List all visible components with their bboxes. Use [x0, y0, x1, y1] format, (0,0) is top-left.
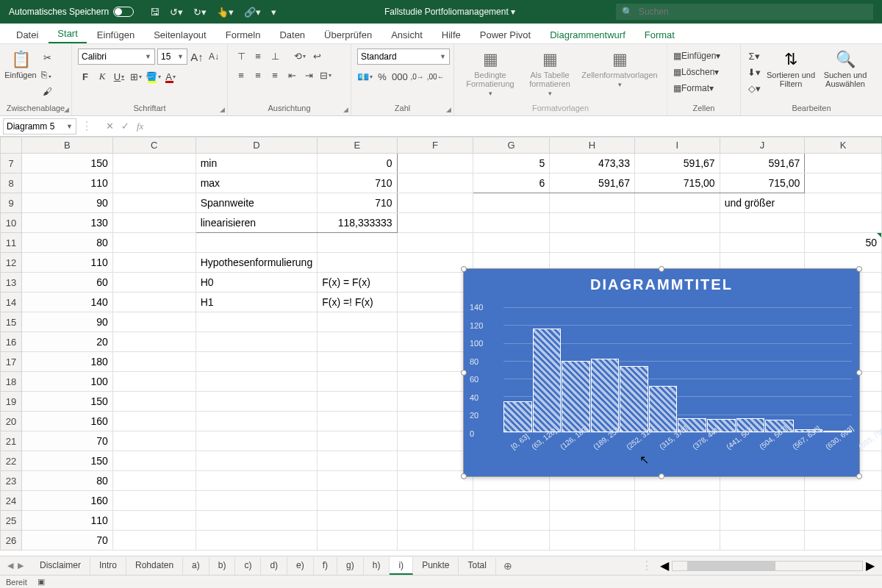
cell-J25[interactable] [720, 511, 805, 531]
cell-H11[interactable] [550, 233, 635, 253]
chart-bar[interactable] [649, 386, 678, 432]
cell-E25[interactable] [318, 511, 397, 531]
cell-E19[interactable] [318, 392, 397, 412]
fill-icon[interactable]: ⬇▾ [747, 65, 761, 79]
cell-C19[interactable] [112, 392, 196, 412]
fx-icon[interactable]: fx [137, 121, 143, 132]
cell-C11[interactable] [112, 233, 196, 253]
sheet-tab-d[interactable]: d) [261, 557, 287, 575]
cell-B22[interactable]: 150 [22, 451, 113, 471]
cell-B24[interactable]: 160 [22, 491, 113, 511]
cell-F21[interactable] [397, 431, 473, 451]
row-header[interactable]: 26 [1, 531, 22, 551]
orientation-icon[interactable]: ⟲▾ [293, 49, 307, 63]
align-right-icon[interactable]: ≡ [268, 68, 282, 82]
touch-mode-icon[interactable]: 👆▾ [217, 7, 234, 18]
cell-I9[interactable] [634, 193, 720, 213]
cell-C16[interactable] [112, 332, 196, 352]
tab-ansicht[interactable]: Ansicht [382, 25, 431, 43]
cell-D26[interactable] [196, 531, 318, 551]
tab-daten[interactable]: Daten [270, 25, 314, 43]
sheet-tab-intro[interactable]: Intro [90, 557, 126, 575]
cell-J10[interactable] [720, 213, 805, 233]
cell-D23[interactable] [196, 471, 318, 491]
dialog-launcher-icon[interactable]: ◢ [64, 106, 69, 113]
row-header[interactable]: 24 [1, 491, 22, 511]
decrease-indent-icon[interactable]: ⇤ [284, 68, 299, 82]
row-header[interactable]: 12 [1, 253, 22, 273]
row-header[interactable]: 7 [1, 154, 22, 173]
find-select-button[interactable]: 🔍Suchen und Auswählen [820, 47, 870, 88]
cell-H10[interactable] [550, 213, 635, 233]
cell-F15[interactable] [397, 312, 473, 332]
enter-formula-icon[interactable]: ✓ [121, 121, 129, 132]
cell-E10[interactable]: 118,333333 [318, 213, 397, 233]
row-header[interactable]: 9 [1, 193, 22, 213]
paste-button[interactable]: 📋 Einfügen [6, 47, 35, 79]
chart-plot-area[interactable] [503, 307, 852, 432]
cell-D20[interactable] [196, 412, 318, 431]
cell-I7[interactable]: 591,67 [634, 154, 720, 173]
sheet-tab-f[interactable]: f) [314, 557, 337, 575]
cell-B19[interactable]: 150 [22, 392, 113, 412]
align-center-icon[interactable]: ≡ [251, 68, 265, 82]
cancel-formula-icon[interactable]: ✕ [106, 121, 114, 132]
cell-C8[interactable] [112, 173, 196, 193]
cell-B11[interactable]: 80 [22, 233, 113, 253]
cell-D19[interactable] [196, 392, 318, 412]
cell-K10[interactable] [805, 213, 882, 233]
sheet-nav-prev-icon[interactable]: ◀ [7, 561, 13, 570]
cell-B17[interactable]: 180 [22, 352, 113, 372]
cell-G8[interactable]: 6 [473, 173, 550, 193]
align-middle-icon[interactable]: ≡ [251, 49, 265, 63]
cell-B12[interactable]: 110 [22, 253, 113, 273]
row-header[interactable]: 8 [1, 173, 22, 193]
cell-C12[interactable] [112, 253, 196, 273]
cell-J24[interactable] [720, 491, 805, 511]
cell-I25[interactable] [634, 511, 720, 531]
cell-K9[interactable] [805, 193, 882, 213]
cell-D14[interactable]: H1 [196, 293, 318, 312]
clear-icon[interactable]: ◇▾ [747, 81, 761, 96]
undo-icon[interactable]: ↺▾ [170, 7, 183, 18]
cell-E15[interactable] [318, 312, 397, 332]
cell-H26[interactable] [550, 531, 635, 551]
bold-button[interactable]: F [78, 69, 93, 84]
cell-D21[interactable] [196, 431, 318, 451]
cell-C24[interactable] [112, 491, 196, 511]
cell-F25[interactable] [397, 511, 473, 531]
underline-button[interactable]: U▾ [112, 69, 126, 84]
cell-C14[interactable] [112, 293, 196, 312]
align-top-icon[interactable]: ⊤ [234, 49, 248, 63]
tab-diagrammentwurf[interactable]: Diagrammentwurf [541, 25, 634, 43]
cell-D18[interactable] [196, 372, 318, 392]
sheet-tab-c[interactable]: c) [235, 557, 261, 575]
sheet-tab-i[interactable]: i) [390, 557, 413, 575]
row-header[interactable]: 22 [1, 451, 22, 471]
wrap-text-icon[interactable]: ↩ [309, 49, 324, 63]
row-header[interactable]: 13 [1, 273, 22, 293]
cell-F8[interactable] [397, 173, 473, 193]
cell-C7[interactable] [112, 154, 196, 173]
format-cells-button[interactable]: ▦ Format ▾ [673, 81, 734, 96]
cell-G9[interactable] [473, 193, 550, 213]
name-box[interactable]: Diagramm 5▼ [3, 118, 76, 135]
decrease-font-icon[interactable]: A↓ [207, 49, 221, 64]
cell-E13[interactable]: F(x) = F(x) [318, 273, 397, 293]
cell-K7[interactable] [805, 154, 882, 173]
sheet-tab-disclaimer[interactable]: Disclaimer [31, 557, 90, 575]
cell-F20[interactable] [397, 412, 473, 431]
scroll-left-icon[interactable]: ◀ [657, 559, 672, 573]
cell-B15[interactable]: 90 [22, 312, 113, 332]
formula-input[interactable] [152, 118, 882, 135]
row-header[interactable]: 20 [1, 412, 22, 431]
cell-K26[interactable] [805, 531, 882, 551]
tab-formeln[interactable]: Formeln [217, 25, 270, 43]
row-header[interactable]: 10 [1, 213, 22, 233]
row-header[interactable]: 16 [1, 332, 22, 352]
align-left-icon[interactable]: ≡ [234, 68, 248, 82]
cell-D13[interactable]: H0 [196, 273, 318, 293]
cell-C13[interactable] [112, 273, 196, 293]
cell-D12[interactable]: Hypothesenformulierung [196, 253, 318, 273]
comma-format-icon[interactable]: 000 [392, 69, 408, 84]
